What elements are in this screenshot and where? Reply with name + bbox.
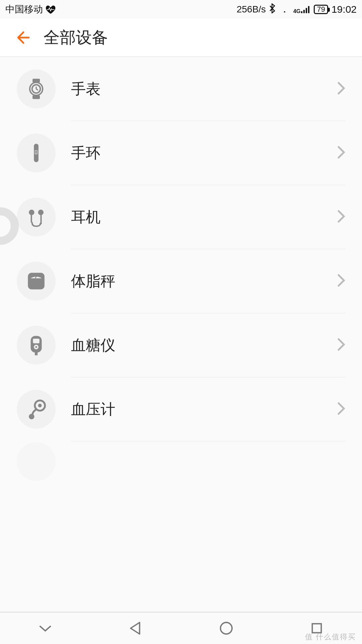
- device-row-earphones[interactable]: 耳机: [0, 185, 362, 249]
- svg-point-25: [38, 404, 42, 408]
- device-row-watch[interactable]: 手表: [0, 57, 362, 121]
- chevron-right-icon: [337, 274, 345, 288]
- device-label: 耳机: [71, 207, 337, 227]
- watermark: 值 什么值得买: [305, 632, 356, 642]
- device-label: 血糖仪: [71, 335, 337, 355]
- wifi-icon: [279, 4, 290, 15]
- data-rate-label: 256B/s: [237, 4, 266, 15]
- svg-point-27: [221, 623, 232, 634]
- nav-home-button[interactable]: [216, 618, 236, 638]
- chevron-right-icon: [337, 210, 345, 224]
- device-row-band[interactable]: 手环: [0, 121, 362, 185]
- chevron-right-icon: [337, 402, 345, 417]
- signal-4g-icon: 4G: [293, 5, 310, 13]
- band-icon: [17, 133, 56, 172]
- status-bar: 中国移动 256B/s 4G 79 19:02: [0, 0, 362, 19]
- svg-point-22: [35, 346, 37, 348]
- svg-rect-17: [28, 273, 45, 289]
- device-row-scale[interactable]: 体脂秤: [0, 249, 362, 313]
- svg-rect-1: [301, 11, 302, 13]
- chevron-right-icon: [337, 338, 345, 353]
- svg-rect-10: [35, 150, 38, 154]
- bluetooth-icon: [269, 3, 276, 16]
- svg-rect-4: [308, 6, 309, 13]
- svg-rect-12: [35, 153, 38, 153]
- device-row-glucometer[interactable]: 血糖仪: [0, 313, 362, 377]
- svg-point-0: [284, 11, 285, 12]
- svg-rect-14: [31, 214, 32, 223]
- svg-point-26: [29, 414, 35, 420]
- svg-rect-3: [306, 8, 307, 13]
- scale-icon: [17, 262, 56, 301]
- glucometer-icon: [17, 326, 56, 365]
- device-label: 手环: [71, 143, 337, 163]
- svg-rect-20: [33, 339, 39, 343]
- earphones-icon: [17, 198, 56, 236]
- device-icon-partial: [17, 442, 56, 481]
- carrier-label: 中国移动: [5, 3, 43, 16]
- page-header: 全部设备: [0, 19, 362, 56]
- heart-icon: [46, 5, 56, 14]
- watch-icon: [17, 69, 56, 108]
- nav-back-button[interactable]: [126, 618, 146, 638]
- device-label: 手表: [71, 79, 337, 99]
- page-title: 全部设备: [44, 27, 108, 48]
- device-label: 血压计: [71, 399, 337, 419]
- svg-rect-11: [35, 151, 38, 152]
- svg-rect-23: [35, 353, 38, 355]
- chevron-right-icon: [337, 146, 345, 160]
- device-row-partial[interactable]: [0, 441, 362, 482]
- device-list: 手表 手环 耳机 体脂秤 血糖仪 血压计: [0, 56, 362, 482]
- svg-rect-19: [31, 336, 42, 353]
- bp-monitor-icon: [17, 390, 56, 429]
- nav-hide-button[interactable]: [35, 618, 55, 638]
- back-button[interactable]: [13, 28, 34, 48]
- battery-icon: 79: [314, 5, 328, 14]
- chevron-right-icon: [337, 82, 345, 96]
- svg-rect-28: [312, 624, 321, 633]
- svg-rect-2: [303, 10, 305, 13]
- clock-label: 19:02: [331, 4, 357, 15]
- device-label: 体脂秤: [71, 271, 337, 291]
- device-row-bp-monitor[interactable]: 血压计: [0, 377, 362, 441]
